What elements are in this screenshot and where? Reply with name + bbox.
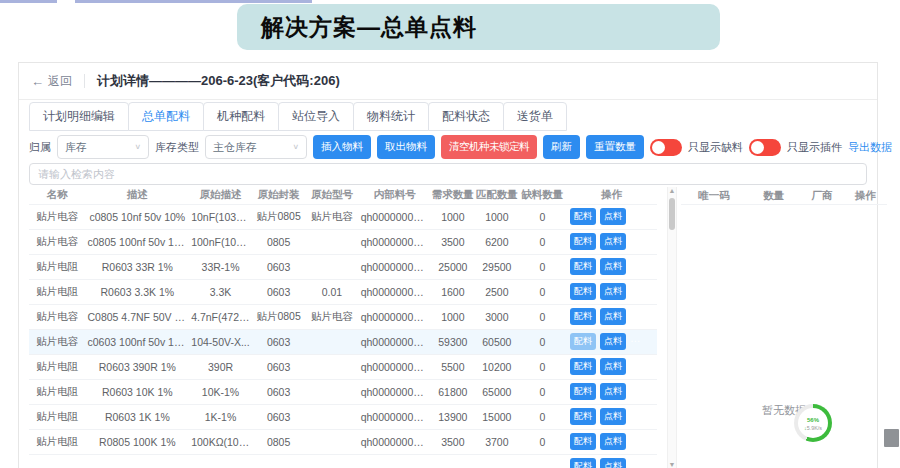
cell-part_no: qh0000000061 bbox=[359, 354, 431, 379]
row-action-button-0[interactable]: 配料 bbox=[570, 383, 596, 400]
toolbar-button-3[interactable]: 刷新 bbox=[543, 135, 580, 159]
cell-orig_model bbox=[305, 229, 358, 254]
scroll-down-icon[interactable]: ▼ bbox=[668, 461, 676, 468]
table-row[interactable]: 配料点料贴片 bbox=[29, 454, 657, 468]
cell-demand: 25000 bbox=[431, 254, 475, 279]
row-action-button-0[interactable]: 配料 bbox=[570, 408, 596, 425]
row-action-button-0[interactable]: 配料 bbox=[570, 233, 596, 250]
toolbar-button-1[interactable]: 取出物料 bbox=[377, 135, 435, 159]
row-action-button-0[interactable]: 配料 bbox=[570, 333, 596, 350]
cell-orig_pkg: 0603 bbox=[252, 254, 305, 279]
row-action-button-1[interactable]: 点料 bbox=[600, 208, 626, 225]
table-row[interactable]: 贴片电容c0805 10nf 50v 10%10nF(103) ...贴片080… bbox=[29, 204, 657, 229]
column-header-1: 描述 bbox=[86, 187, 190, 204]
cell-shortage: 0 bbox=[519, 404, 566, 429]
toggle-switch-0[interactable] bbox=[650, 139, 682, 156]
cell-matched: 3700 bbox=[475, 429, 519, 454]
tab-4[interactable]: 物料统计 bbox=[353, 102, 429, 131]
cell-demand: 61800 bbox=[431, 379, 475, 404]
stock-type-select-value: 主仓库存 bbox=[213, 140, 257, 155]
empty-data-text: 暂无数据 bbox=[681, 403, 887, 418]
cell-part_no: qh0000000023 bbox=[359, 279, 431, 304]
row-action-button-1[interactable]: 点料 bbox=[600, 308, 626, 325]
cell-shortage: 0 bbox=[519, 279, 566, 304]
table-row[interactable]: 贴片电阻R0805 100K 1%100KΩ(100...0805qh00000… bbox=[29, 429, 657, 454]
unique-code-column-header-3: 操作 bbox=[844, 189, 887, 203]
export-data-link[interactable]: 导出数据 bbox=[848, 140, 892, 155]
cell-actions: 配料点料贴片 bbox=[566, 204, 657, 229]
cell-actions: 配料点料贴片 bbox=[566, 404, 657, 429]
table-row[interactable]: 贴片电容c0603 100nf 50v 10% 104104-50V-X...0… bbox=[29, 329, 657, 354]
toolbar-button-0[interactable]: 插入物料 bbox=[313, 135, 371, 159]
cell-actions: 配料点料贴片 bbox=[566, 454, 657, 468]
toggle-switch-1[interactable] bbox=[749, 139, 781, 156]
cell-shortage: 0 bbox=[519, 229, 566, 254]
tab-1[interactable]: 总单配料 bbox=[128, 102, 204, 131]
cell-actions: 配料点料贴片 bbox=[566, 254, 657, 279]
tab-6[interactable]: 送货单 bbox=[503, 102, 567, 131]
row-action-button-1[interactable]: 点料 bbox=[600, 358, 626, 375]
scroll-up-icon[interactable]: ▲ bbox=[668, 187, 676, 194]
cell-orig_model bbox=[305, 454, 358, 468]
cell-part_no: qh0000000003 bbox=[359, 229, 431, 254]
row-action-button-1[interactable]: 点料 bbox=[600, 433, 626, 450]
table-row[interactable]: 贴片电阻R0603 10K 1%10K-1%0603qh000000006261… bbox=[29, 379, 657, 404]
cell-orig_desc: 100nF(104... bbox=[189, 229, 252, 254]
cell-shortage: 0 bbox=[519, 254, 566, 279]
cell-orig_model bbox=[305, 404, 358, 429]
cell-orig_model bbox=[305, 254, 358, 279]
table-row[interactable]: 贴片电阻R0603 1K 1%1K-1%0603qh00000000631390… bbox=[29, 404, 657, 429]
cell-matched: 2500 bbox=[475, 279, 519, 304]
top-border-line-right bbox=[75, 0, 312, 3]
row-action-button-1[interactable]: 点料 bbox=[600, 333, 626, 350]
row-action-button-1[interactable]: 点料 bbox=[600, 458, 626, 468]
search-input[interactable] bbox=[29, 163, 867, 185]
table-row[interactable]: 贴片电容c0805 100nf 50v 10%100nF(104...0805q… bbox=[29, 229, 657, 254]
row-action-button-0[interactable]: 配料 bbox=[570, 433, 596, 450]
table-row[interactable]: 贴片电容C0805 4.7NF 50V 10% ...4.7nF(472)...… bbox=[29, 304, 657, 329]
row-action-button-1[interactable]: 点料 bbox=[600, 408, 626, 425]
table-row[interactable]: 贴片电阻R0603 3.3K 1%3.3K06030.01qh000000002… bbox=[29, 279, 657, 304]
tab-0[interactable]: 计划明细编辑 bbox=[29, 102, 129, 131]
cell-shortage: 0 bbox=[519, 204, 566, 229]
cell-desc: R0603 33R 1% bbox=[86, 254, 190, 279]
row-action-button-0[interactable]: 配料 bbox=[570, 358, 596, 375]
stock-type-select[interactable]: 主仓库存 ∨ bbox=[205, 135, 307, 159]
cell-orig_model bbox=[305, 354, 358, 379]
cell-desc: c0603 100nf 50v 10% 104 bbox=[86, 329, 190, 354]
toolbar-button-4[interactable]: 重置数量 bbox=[586, 135, 644, 159]
row-action-button-0[interactable]: 配料 bbox=[570, 208, 596, 225]
cell-orig_model bbox=[305, 429, 358, 454]
tab-5[interactable]: 配料状态 bbox=[428, 102, 504, 131]
edge-scrollbar-thumb[interactable] bbox=[884, 429, 899, 447]
filter-toolbar: 归属 库存 ∨ 库存类型 主仓库存 ∨ 插入物料取出物料清空机种未锁定料刷新重置… bbox=[29, 135, 869, 159]
table-row[interactable]: 贴片电阻R0603 33R 1%33R-1%0603qh000000002025… bbox=[29, 254, 657, 279]
toolbar-button-2[interactable]: 清空机种未锁定料 bbox=[441, 135, 537, 159]
toggle-label-0: 只显示缺料 bbox=[688, 140, 743, 155]
row-action-button-0[interactable]: 配料 bbox=[570, 283, 596, 300]
owner-select[interactable]: 库存 ∨ bbox=[57, 135, 149, 159]
row-action-button-1[interactable]: 点料 bbox=[600, 233, 626, 250]
vertical-scrollbar[interactable]: ▲ ▼ bbox=[667, 187, 677, 468]
cell-name: 贴片电阻 bbox=[29, 354, 86, 379]
tab-2[interactable]: 机种配料 bbox=[203, 102, 279, 131]
row-action-button-0[interactable]: 配料 bbox=[570, 308, 596, 325]
row-action-button-0[interactable]: 配料 bbox=[570, 258, 596, 275]
cell-orig_desc: 1K-1% bbox=[189, 404, 252, 429]
cell-demand: 5500 bbox=[431, 354, 475, 379]
cell-orig_pkg: 0805 bbox=[252, 229, 305, 254]
row-action-button-0[interactable]: 配料 bbox=[570, 458, 596, 468]
table-row[interactable]: 贴片电阻R0603 390R 1%390R0603qh0000000061550… bbox=[29, 354, 657, 379]
tab-3[interactable]: 站位导入 bbox=[278, 102, 354, 131]
row-action-button-1[interactable]: 点料 bbox=[600, 383, 626, 400]
cell-desc: R0603 3.3K 1% bbox=[86, 279, 190, 304]
cell-matched: 6200 bbox=[475, 229, 519, 254]
back-button[interactable]: ← 返回 bbox=[31, 73, 72, 90]
row-action-button-1[interactable]: 点料 bbox=[600, 258, 626, 275]
row-action-button-1[interactable]: 点料 bbox=[600, 283, 626, 300]
unique-code-column-header-0: 唯一码 bbox=[681, 189, 747, 203]
cell-orig_desc: 4.7nF(472)... bbox=[189, 304, 252, 329]
scrollbar-thumb[interactable] bbox=[669, 198, 675, 230]
cell-desc: C0805 4.7NF 50V 10% ... bbox=[86, 304, 190, 329]
toolbar-toggles: 只显示缺料只显示插件 bbox=[650, 139, 842, 156]
